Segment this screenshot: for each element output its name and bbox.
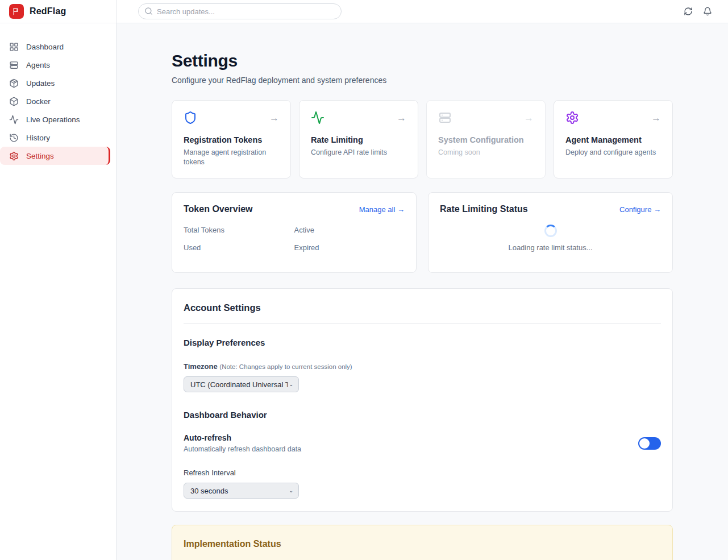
stat-total-tokens: Total Tokens bbox=[184, 225, 294, 235]
card-title: Agent Management bbox=[565, 135, 661, 144]
card-title: System Configuration bbox=[438, 135, 534, 144]
stat-expired: Expired bbox=[294, 242, 405, 252]
sidebar-item-label: Agents bbox=[26, 61, 50, 69]
auto-refresh-toggle[interactable] bbox=[638, 437, 661, 450]
sidebar-item-label: Dashboard bbox=[26, 43, 64, 51]
search-icon bbox=[144, 7, 153, 15]
token-stats: Total Tokens Active Used bbox=[184, 225, 405, 252]
timezone-label: Timezone bbox=[184, 362, 218, 371]
auto-refresh-desc: Automatically refresh dashboard data bbox=[184, 445, 301, 453]
card-registration-tokens[interactable]: → Registration Tokens Manage agent regis… bbox=[172, 100, 291, 179]
topbar-actions bbox=[684, 6, 713, 16]
token-overview-panel: Token Overview Manage all → Total Tokens… bbox=[172, 192, 417, 273]
activity-icon bbox=[9, 114, 19, 125]
package-icon bbox=[9, 78, 19, 88]
sidebar-item-settings[interactable]: Settings bbox=[0, 147, 110, 165]
refresh-icon[interactable] bbox=[684, 6, 694, 16]
card-agent-management[interactable]: → Agent Management Deploy and configure … bbox=[554, 100, 673, 179]
sidebar-item-label: Live Operations bbox=[26, 115, 80, 124]
loading-text: Loading rate limit status... bbox=[508, 243, 592, 252]
arrow-right-icon: → bbox=[524, 113, 534, 123]
card-title: Registration Tokens bbox=[184, 135, 279, 144]
manage-all-link[interactable]: Manage all → bbox=[359, 205, 405, 214]
sidebar-item-dashboard[interactable]: Dashboard bbox=[0, 38, 116, 56]
sidebar-nav: Dashboard Agents Updates Docker bbox=[0, 23, 116, 165]
sidebar-item-label: Docker bbox=[26, 97, 51, 106]
implementation-status-card: Implementation Status ✔ Implemented Feat… bbox=[172, 525, 673, 560]
sidebar-item-history[interactable]: History bbox=[0, 128, 116, 147]
loading-area: Loading rate limit status... bbox=[440, 225, 661, 252]
account-settings-title: Account Settings bbox=[184, 302, 661, 323]
card-desc: Coming soon bbox=[438, 148, 534, 157]
search-input[interactable] bbox=[138, 3, 342, 19]
box-icon bbox=[9, 96, 19, 106]
arrow-right-icon: → bbox=[651, 113, 661, 123]
brand-name: RedFlag bbox=[30, 6, 66, 16]
feature-cards: → Registration Tokens Manage agent regis… bbox=[172, 100, 673, 179]
sidebar-item-label: Updates bbox=[26, 79, 55, 88]
rate-status-title: Rate Limiting Status bbox=[440, 204, 528, 214]
display-preferences-title: Display Preferences bbox=[184, 338, 661, 347]
main-area: Settings Configure your RedFlag deployme… bbox=[117, 0, 728, 560]
sidebar-item-label: Settings bbox=[26, 152, 54, 160]
timezone-label-row: Timezone (Note: Changes apply to current… bbox=[184, 362, 661, 371]
stat-active: Active bbox=[294, 225, 405, 235]
card-rate-limiting[interactable]: → Rate Limiting Configure API rate limit… bbox=[299, 100, 418, 179]
shield-icon bbox=[184, 111, 198, 126]
configure-link[interactable]: Configure → bbox=[619, 205, 661, 214]
sidebar-item-agents[interactable]: Agents bbox=[0, 56, 116, 74]
card-title: Rate Limiting bbox=[311, 135, 406, 144]
token-overview-title: Token Overview bbox=[184, 204, 253, 214]
loading-spinner-icon bbox=[544, 225, 557, 237]
content-area: Settings Configure your RedFlag deployme… bbox=[117, 23, 728, 560]
history-clock-icon bbox=[9, 132, 19, 143]
page-title: Settings bbox=[172, 51, 673, 70]
gear-icon bbox=[9, 151, 19, 161]
auto-refresh-row: Auto-refresh Automatically refresh dashb… bbox=[184, 433, 661, 453]
implementation-status-title: Implementation Status bbox=[184, 539, 661, 549]
account-settings-card: Account Settings Display Preferences Tim… bbox=[172, 288, 673, 512]
chevron-down-icon: ⌄ bbox=[289, 381, 293, 387]
topbar bbox=[117, 0, 728, 23]
refresh-interval-label: Refresh Interval bbox=[184, 468, 661, 477]
server-icon bbox=[438, 111, 453, 126]
stat-used: Used bbox=[184, 242, 294, 252]
timezone-note: (Note: Changes apply to current session … bbox=[219, 363, 352, 370]
refresh-interval-select[interactable]: 30 seconds ⌄ bbox=[184, 483, 299, 499]
card-system-configuration: → System Configuration Coming soon bbox=[426, 100, 546, 179]
dashboard-behavior-title: Dashboard Behavior bbox=[184, 410, 661, 420]
page-subtitle: Configure your RedFlag deployment and sy… bbox=[172, 76, 673, 85]
overview-panels: Token Overview Manage all → Total Tokens… bbox=[172, 192, 673, 273]
gear-icon bbox=[565, 111, 580, 126]
sidebar-item-live-operations[interactable]: Live Operations bbox=[0, 110, 116, 128]
app-root: RedFlag Dashboard Agents Updates bbox=[0, 0, 728, 560]
sidebar-item-docker[interactable]: Docker bbox=[0, 92, 116, 110]
dashboard-grid-icon bbox=[9, 42, 19, 52]
redflag-logo-icon bbox=[9, 4, 24, 19]
chevron-down-icon: ⌄ bbox=[289, 488, 293, 493]
auto-refresh-label: Auto-refresh bbox=[184, 433, 301, 442]
card-desc: Manage agent registration tokens bbox=[184, 148, 279, 167]
sidebar-item-updates[interactable]: Updates bbox=[0, 74, 116, 92]
arrow-right-icon: → bbox=[397, 113, 406, 123]
activity-icon bbox=[311, 111, 326, 126]
rate-limiting-status-panel: Rate Limiting Status Configure → Loading… bbox=[428, 192, 673, 273]
sidebar: RedFlag Dashboard Agents Updates bbox=[0, 0, 117, 560]
card-desc: Configure API rate limits bbox=[311, 148, 406, 157]
card-desc: Deploy and configure agents bbox=[565, 148, 661, 157]
timezone-select[interactable]: UTC (Coordinated Universal T ⌄ bbox=[184, 376, 299, 392]
server-icon bbox=[9, 60, 19, 70]
sidebar-item-label: History bbox=[26, 134, 50, 142]
search-container bbox=[138, 3, 342, 19]
toggle-knob bbox=[639, 438, 650, 449]
arrow-right-icon: → bbox=[269, 113, 279, 123]
brand-header: RedFlag bbox=[0, 0, 116, 23]
bell-icon[interactable] bbox=[703, 6, 713, 16]
